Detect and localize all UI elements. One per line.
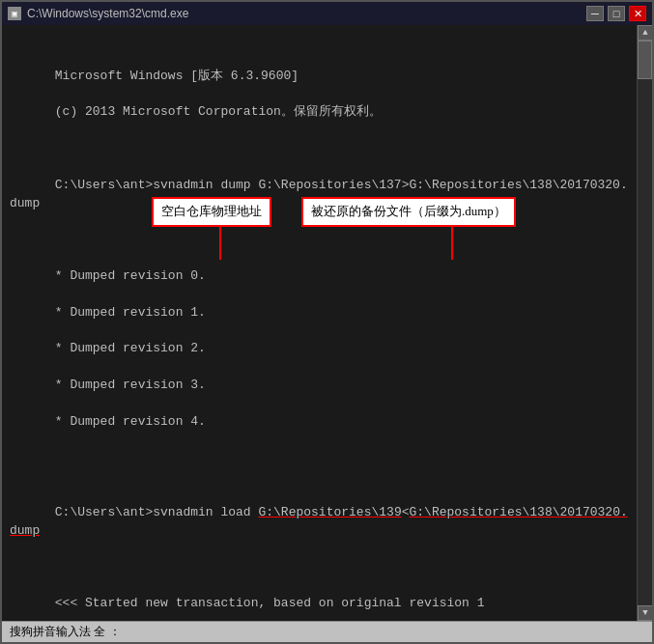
cmd-icon: ▣ xyxy=(8,7,21,20)
ime-status: 搜狗拼音输入法 全 ： xyxy=(10,624,121,640)
cmd-window: ▣ C:\Windows\system32\cmd.exe ─ □ ✕ Micr… xyxy=(0,0,654,644)
maximize-button[interactable]: □ xyxy=(608,6,625,21)
terminal-output[interactable]: Microsoft Windows [版本 6.3.9600] (c) 2013… xyxy=(2,25,637,621)
title-controls: ─ □ ✕ xyxy=(586,6,646,21)
scroll-thumb[interactable] xyxy=(638,41,652,79)
statusbar: 搜狗拼音输入法 全 ： xyxy=(2,621,652,642)
line-1: Microsoft Windows [版本 6.3.9600] xyxy=(55,69,299,83)
line-2: (c) 2013 Microsoft Corporation。保留所有权利。 xyxy=(55,104,382,119)
close-button[interactable]: ✕ xyxy=(629,6,646,21)
annotation-right-line xyxy=(451,226,453,260)
title-bar: ▣ C:\Windows\system32\cmd.exe ─ □ ✕ xyxy=(2,2,652,25)
line-dump-3: * Dumped revision 3. xyxy=(55,378,206,392)
scroll-up-button[interactable]: ▲ xyxy=(638,25,652,41)
content-area: Microsoft Windows [版本 6.3.9600] (c) 2013… xyxy=(2,25,652,621)
line-dump-0: * Dumped revision 0. xyxy=(55,268,206,283)
line-dump-1: * Dumped revision 1. xyxy=(55,305,206,320)
annotation-left: 空白仓库物理地址 xyxy=(152,197,271,227)
line-dump-2: * Dumped revision 2. xyxy=(55,341,206,355)
annotation-right: 被还原的备份文件（后缀为.dump） xyxy=(301,197,516,227)
tx-1-start: <<< Started new transaction, based on or… xyxy=(55,596,485,610)
annotation-left-line xyxy=(219,226,221,260)
scroll-track[interactable] xyxy=(638,41,652,605)
line-3: C:\Users\ant>svnadmin dump G:\Repositori… xyxy=(10,178,628,210)
line-dump-4: * Dumped revision 4. xyxy=(55,414,206,429)
load-command: C:\Users\ant>svnadmin load G:\Repositori… xyxy=(10,505,628,538)
scroll-down-button[interactable]: ▼ xyxy=(638,605,652,621)
annotation-group: 空白仓库物理地址 被还原的备份文件（后缀为.dump） xyxy=(152,197,212,397)
title-bar-left: ▣ C:\Windows\system32\cmd.exe xyxy=(8,7,188,20)
window-title: C:\Windows\system32\cmd.exe xyxy=(27,7,188,20)
scrollbar[interactable]: ▲ ▼ xyxy=(637,25,652,621)
minimize-button[interactable]: ─ xyxy=(586,6,604,21)
